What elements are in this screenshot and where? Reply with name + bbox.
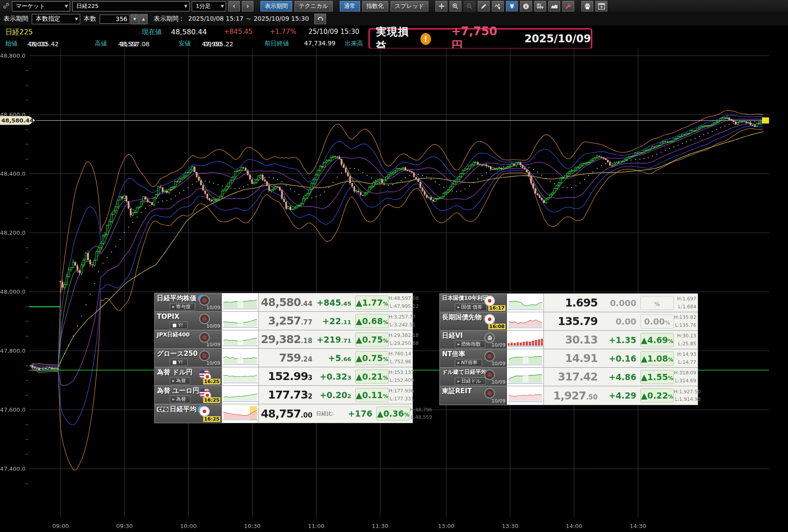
instrument-cell[interactable]: NT倍率▶NT倍率10/09 — [440, 349, 507, 367]
currency-flag-icon[interactable] — [199, 369, 210, 380]
sub-link-related[interactable]: ▶国債 債券 — [455, 303, 487, 311]
sub-link-related[interactable]: ▶恐怖指数 — [455, 340, 485, 348]
sub-link-related[interactable]: ▶日経ドル — [455, 377, 486, 385]
market-row-nikkei225[interactable]: 日経平均株価▶寄与度10/0948,580.44+845.45▲1.77%H:4… — [155, 293, 413, 312]
instrument-cell[interactable]: 為替 ドル円▶為替16:25 — [155, 367, 222, 385]
market-status-icon[interactable] — [484, 369, 495, 380]
instrument-cell[interactable]: 日経VI▶恐怖指数10/09 — [440, 331, 507, 349]
high-low-values: H:177.936L:177.331 — [389, 387, 415, 402]
instrument-cell[interactable]: 長期国債先物大取16:08 — [440, 312, 507, 330]
market-row-growth250[interactable]: グロース250Y!10/09759.24+5.66▲0.75%H:760.14L… — [155, 349, 413, 367]
mini-chart[interactable] — [222, 312, 259, 330]
print-icon[interactable] — [581, 1, 593, 11]
market-status-icon[interactable] — [199, 295, 210, 306]
currency-flag-icon[interactable] — [199, 388, 210, 398]
market-row-jpx400[interactable]: JPX日経40010/0929,382.18+219.71▲0.75%H:29,… — [155, 330, 413, 349]
market-row-jgb10y[interactable]: 日本国債10年利回り▶国債 債券16:171.6950.000%H:1.697L… — [440, 294, 698, 312]
mini-chart[interactable] — [222, 330, 259, 348]
candlestick-chart-canvas[interactable] — [0, 48, 788, 532]
mini-chart[interactable] — [507, 312, 544, 330]
symbol-select[interactable]: 日経225▼ — [72, 1, 190, 11]
count-label: 本数 — [84, 15, 96, 23]
info-icon[interactable] — [520, 1, 532, 11]
market-row-usdjpy[interactable]: 為替 ドル円▶為替16:25152.993+0.323▲0.21%H:153.1… — [155, 367, 413, 386]
external-link-icon — [172, 360, 177, 365]
market-status-icon[interactable] — [484, 314, 495, 325]
display-period-button[interactable]: 表示期間 — [260, 1, 292, 11]
market-row-cfd-nikkei[interactable]: CFD日経平均16:2548,757.00日経比:+176▲0.36%H:48,… — [155, 404, 413, 423]
warning-icon[interactable]: ! — [420, 33, 431, 45]
zoom-in-icon[interactable] — [450, 1, 461, 11]
market-status-icon[interactable] — [484, 296, 495, 306]
market-status-icon[interactable] — [484, 351, 495, 362]
add-icon[interactable] — [435, 1, 447, 11]
period-mode-select[interactable]: 本数指定▼ — [32, 14, 80, 24]
instrument-cell[interactable]: JPX日経40010/09 — [155, 330, 222, 348]
bar-count-input[interactable] — [100, 15, 130, 24]
mini-chart[interactable] — [222, 349, 259, 367]
market-row-nikkei-vi[interactable]: 日経VI▶恐怖指数10/0930.13+1.35▲4.69%H:30.13L:2… — [440, 331, 698, 349]
normal-mode-button[interactable]: 通常 — [340, 1, 360, 11]
my-chart-icon[interactable]: MY — [534, 1, 546, 11]
instrument-cell[interactable]: 日経平均株価▶寄与度10/09 — [155, 293, 222, 311]
fear-index-icon[interactable] — [484, 332, 495, 343]
market-row-jgb-futures[interactable]: 長期国債先物大取16:08135.790.000.00%H:135.82L:13… — [440, 312, 698, 331]
link-icon[interactable] — [3, 2, 10, 11]
area-chart-icon[interactable] — [548, 1, 560, 11]
trendline-cursor-icon[interactable] — [492, 1, 504, 11]
instrument-cell[interactable]: グロース250Y!10/09 — [155, 349, 222, 367]
instrument-cell[interactable]: 東証REIT10/09 — [440, 386, 507, 405]
reset-period-icon[interactable] — [314, 14, 326, 24]
mini-chart[interactable] — [222, 404, 259, 423]
instrument-cell[interactable]: 為替 ユーロ円▶為替16:25 — [155, 386, 222, 404]
mini-chart[interactable] — [507, 294, 544, 312]
high-low-values: H:48,796L:48,559 — [410, 406, 433, 421]
wrench-icon[interactable] — [562, 1, 574, 11]
mini-chart[interactable] — [507, 331, 544, 349]
sub-link-yahoo[interactable]: Y! — [170, 321, 188, 329]
mini-chart[interactable] — [507, 386, 544, 405]
sub-link-related[interactable]: ▶為替 — [170, 395, 190, 403]
export-window-icon[interactable] — [595, 1, 607, 11]
mini-chart[interactable] — [507, 349, 544, 367]
next-button[interactable]: › — [242, 1, 253, 11]
indexed-mode-button[interactable]: 指数化 — [362, 1, 388, 11]
technical-button[interactable]: テクニカル — [294, 1, 333, 11]
spread-mode-button[interactable]: スプレッド — [390, 1, 429, 11]
prev-button[interactable]: ‹ — [228, 1, 240, 11]
quote-price: 30.13 — [544, 333, 598, 346]
external-link-icon — [172, 323, 177, 328]
instrument-cell[interactable]: 日本国債10年利回り▶国債 債券16:17 — [440, 294, 507, 312]
instrument-cell[interactable]: TOPIXY!10/09 — [155, 312, 222, 330]
yen-icon[interactable]: ¥ — [506, 1, 518, 11]
mini-chart[interactable] — [222, 386, 259, 404]
quote-values: 29,382.18+219.71▲0.75%H:29,382.18L:29,25… — [259, 330, 420, 348]
instrument-cell[interactable]: ドル建て日経平均▶日経ドル10/09 — [440, 368, 507, 386]
sub-link-related[interactable]: ▶寄与度 — [170, 303, 195, 310]
instrument-name: 日経平均株価 — [155, 293, 221, 303]
sub-link-related[interactable]: ▶NT倍率 — [455, 359, 482, 366]
sub-link-yahoo[interactable]: Y! — [170, 358, 188, 366]
market-row-tse-reit[interactable]: 東証REIT10/091,927.50+4.29▲0.22%H:1,927.50… — [440, 386, 698, 405]
mini-chart[interactable] — [222, 293, 259, 311]
market-status-icon[interactable] — [199, 351, 210, 361]
market-status-icon[interactable] — [199, 332, 210, 343]
market-status-icon[interactable] — [484, 388, 495, 399]
sub-link-related[interactable]: ▶為替 — [170, 377, 190, 384]
mini-chart[interactable] — [222, 367, 259, 385]
mini-chart[interactable] — [507, 368, 544, 386]
count-down-button[interactable]: ▼ — [130, 14, 139, 24]
count-up-button[interactable]: ▲ — [139, 14, 148, 24]
zoom-out-icon[interactable] — [464, 1, 476, 11]
market-row-eurjpy[interactable]: 為替 ユーロ円▶為替16:25177.732+0.202▲0.11%H:177.… — [155, 386, 413, 404]
draw-icon[interactable] — [478, 1, 490, 11]
market-row-topix[interactable]: TOPIXY!10/093,257.77+22.11▲0.68%H:3,257.… — [155, 312, 413, 330]
high-low-values: H:318.09L:314.69 — [674, 369, 698, 384]
market-row-usd-nikkei[interactable]: ドル建て日経平均▶日経ドル10/09317.42+4.86▲1.55%H:318… — [440, 368, 698, 386]
market-select[interactable]: マーケット▼ — [12, 1, 70, 11]
market-status-icon[interactable] — [199, 314, 210, 324]
market-row-nt-ratio[interactable]: NT倍率▶NT倍率10/0914.91+0.16▲1.08%H:14.93L:1… — [440, 349, 698, 368]
instrument-cell[interactable]: CFD日経平均16:25 — [155, 404, 222, 423]
market-status-icon[interactable] — [199, 406, 210, 417]
interval-select[interactable]: 1分足▼ — [192, 1, 226, 11]
